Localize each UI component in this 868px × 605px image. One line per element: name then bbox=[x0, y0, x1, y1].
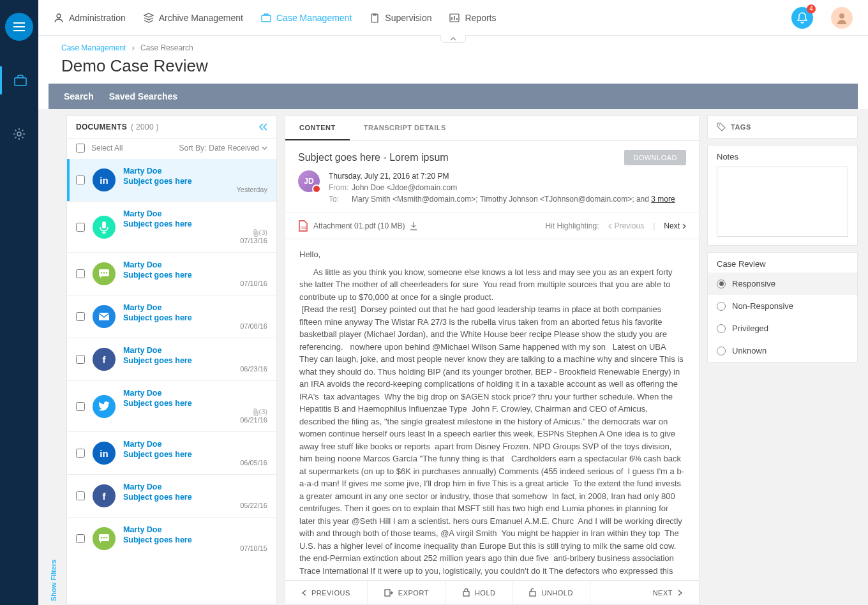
tab-transcript-details[interactable]: TRANSCRIPT DETAILS bbox=[350, 116, 460, 140]
doc-subject: Subject goes here bbox=[123, 313, 267, 322]
hit-prev[interactable]: Previous bbox=[608, 221, 645, 230]
notifications-button[interactable]: 4 bbox=[791, 7, 813, 29]
case-review-option-label: Responsive bbox=[732, 279, 775, 288]
unhold-button[interactable]: UNHOLD bbox=[513, 581, 590, 604]
doc-checkbox[interactable] bbox=[76, 534, 85, 543]
chevron-right-icon bbox=[678, 590, 682, 596]
content-panel: CONTENT TRANSCRIPT DETAILS Subject goes … bbox=[285, 116, 700, 605]
radio-icon bbox=[717, 280, 726, 288]
case-review-option-label: Non-Responsive bbox=[732, 301, 793, 311]
from-label: From: bbox=[329, 182, 352, 193]
case-review-option[interactable]: Responsive bbox=[708, 273, 857, 295]
to-more-link[interactable]: 3 more bbox=[651, 195, 675, 204]
menu-toggle-button[interactable] bbox=[5, 13, 33, 41]
hit-next[interactable]: Next bbox=[664, 221, 686, 230]
case-review-option[interactable]: Non-Responsive bbox=[708, 295, 857, 317]
doc-checkbox[interactable] bbox=[76, 491, 85, 500]
download-button[interactable]: DOWNLOAD bbox=[624, 150, 686, 165]
doc-from: Marty Doe Subject goes here bbox=[123, 482, 267, 502]
rail-settings-icon[interactable] bbox=[5, 120, 33, 148]
doc-date: 05/22/16 bbox=[123, 502, 267, 509]
next-button[interactable]: NEXT bbox=[636, 581, 699, 604]
doc-from: Marty Doe Subject goes here bbox=[123, 260, 267, 280]
doc-checkbox[interactable] bbox=[76, 176, 85, 184]
attachment-download-icon[interactable] bbox=[410, 221, 417, 230]
attachment-indicator: (3) bbox=[123, 228, 267, 237]
nav-archive[interactable]: Archive Management bbox=[144, 13, 243, 23]
rail-briefcase-icon[interactable] bbox=[0, 66, 38, 94]
briefcase-icon bbox=[261, 13, 271, 23]
fb-icon: f bbox=[93, 348, 116, 371]
svg-rect-7 bbox=[102, 221, 106, 228]
export-button[interactable]: EXPORT bbox=[368, 581, 446, 604]
hold-button[interactable]: HOLD bbox=[446, 581, 513, 604]
user-avatar[interactable] bbox=[831, 7, 853, 29]
saved-searches-tab[interactable]: Saved Searches bbox=[109, 91, 177, 101]
attachment-name[interactable]: Attachment 01.pdf (10 MB) bbox=[313, 221, 405, 230]
nav-administration[interactable]: Administration bbox=[54, 13, 126, 23]
documents-collapse-button[interactable] bbox=[258, 123, 267, 131]
content-footer: PREVIOUS EXPORT HOLD UNHOLD NEXT bbox=[285, 580, 699, 604]
breadcrumb-sep: › bbox=[132, 43, 135, 52]
radio-icon bbox=[717, 347, 726, 355]
header-collapse-toggle[interactable] bbox=[440, 35, 466, 43]
doc-from: Marty Doe Subject goes here bbox=[123, 440, 267, 459]
case-review-option[interactable]: Unknown bbox=[708, 340, 857, 362]
to-value: Mary Smith <Msmith@domain.com>; Timothy … bbox=[352, 195, 651, 204]
document-list-item[interactable]: Marty Doe Subject goes here 07/10/16 bbox=[67, 252, 276, 295]
doc-subject: Subject goes here bbox=[123, 271, 267, 280]
doc-subject: Subject goes here bbox=[123, 356, 267, 365]
chevron-up-icon bbox=[450, 37, 456, 41]
document-list-item[interactable]: Marty Doe Subject goes here 07/10/15 bbox=[67, 517, 276, 560]
svg-point-15 bbox=[103, 537, 105, 538]
nav-case-management[interactable]: Case Management bbox=[261, 13, 352, 23]
clipboard-icon bbox=[370, 13, 380, 23]
doc-checkbox[interactable] bbox=[76, 223, 85, 232]
document-list-item[interactable]: Marty Doe Subject goes here 07/08/16 bbox=[67, 295, 276, 338]
svg-point-16 bbox=[106, 537, 107, 538]
svg-rect-18 bbox=[385, 590, 390, 596]
sort-dropdown[interactable]: Sort By: Date Received bbox=[179, 144, 267, 153]
tag-icon bbox=[717, 123, 726, 131]
document-list-item[interactable]: in Marty Doe Subject goes here 06/05/16 bbox=[67, 431, 276, 474]
doc-checkbox[interactable] bbox=[76, 402, 85, 411]
documents-count: ( 2000 ) bbox=[131, 123, 159, 131]
doc-date: 06/23/16 bbox=[123, 365, 267, 373]
document-list-item[interactable]: f Marty Doe Subject goes here 05/22/16 bbox=[67, 474, 276, 517]
attachment-indicator: (3) bbox=[123, 408, 267, 416]
search-tab[interactable]: Search bbox=[64, 91, 94, 101]
doc-checkbox[interactable] bbox=[76, 449, 85, 458]
notes-input[interactable] bbox=[717, 167, 848, 237]
doc-checkbox[interactable] bbox=[76, 355, 85, 364]
breadcrumb-root[interactable]: Case Management bbox=[61, 43, 126, 52]
doc-from: Marty Doe Subject goes here bbox=[123, 346, 267, 365]
previous-button[interactable]: PREVIOUS bbox=[285, 581, 368, 604]
radio-icon bbox=[717, 324, 726, 333]
svg-point-1 bbox=[17, 132, 21, 136]
tags-label: TAGS bbox=[731, 123, 751, 131]
select-all-label: Select All bbox=[91, 144, 123, 153]
document-list-item[interactable]: in Marty Doe Subject goes here Yesterday bbox=[67, 159, 276, 201]
svg-rect-3 bbox=[262, 15, 271, 22]
svg-point-9 bbox=[101, 272, 102, 273]
case-review-option[interactable]: Privileged bbox=[708, 317, 857, 340]
tab-content[interactable]: CONTENT bbox=[285, 116, 350, 140]
document-list-item[interactable]: Marty Doe Subject goes here (3) 06/21/16 bbox=[67, 380, 276, 431]
document-list-item[interactable]: f Marty Doe Subject goes here 06/23/16 bbox=[67, 338, 276, 380]
pdf-icon: PDF bbox=[298, 220, 308, 232]
doc-subject: Subject goes here bbox=[123, 220, 267, 228]
doc-date: 07/10/15 bbox=[123, 544, 267, 552]
nav-supervision[interactable]: Supervision bbox=[370, 13, 431, 23]
chat-icon bbox=[93, 527, 116, 550]
doc-checkbox[interactable] bbox=[76, 269, 85, 278]
svg-point-14 bbox=[101, 537, 102, 538]
select-all-checkbox[interactable] bbox=[76, 144, 85, 153]
case-review-option-label: Privileged bbox=[732, 324, 768, 333]
nav-reports[interactable]: Reports bbox=[449, 13, 496, 23]
chevron-down-icon bbox=[262, 146, 267, 150]
document-list-item[interactable]: Marty Doe Subject goes here (3) 07/13/16 bbox=[67, 201, 276, 252]
doc-checkbox[interactable] bbox=[76, 312, 85, 321]
show-filters-toggle[interactable]: Show Filters bbox=[49, 116, 59, 605]
doc-date: 07/08/16 bbox=[123, 322, 267, 330]
doc-subject: Subject goes here bbox=[123, 399, 267, 408]
